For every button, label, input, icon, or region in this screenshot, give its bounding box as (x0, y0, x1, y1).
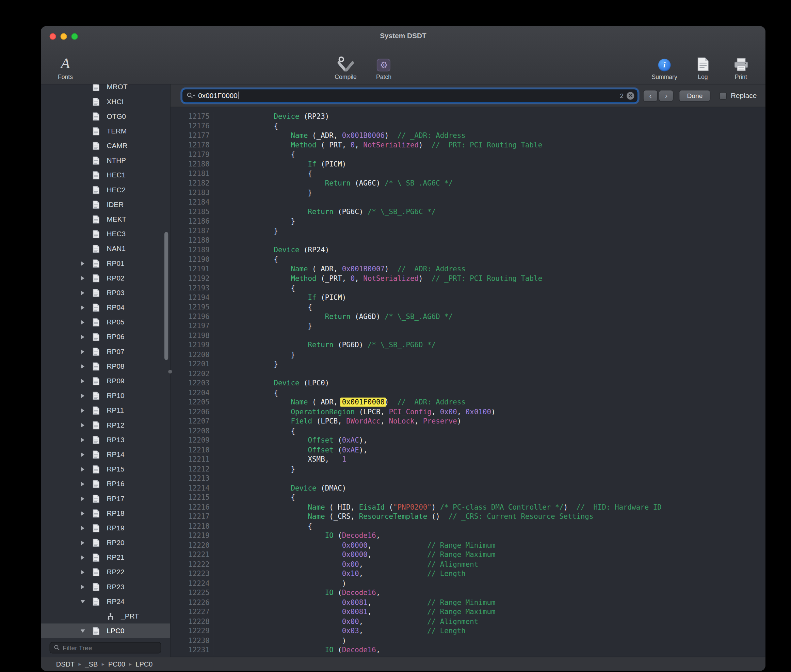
code-line[interactable]: 12226 0x0081, // Range Minimum (171, 597, 765, 607)
sidebar-item-rp20[interactable]: RP20 (41, 535, 170, 550)
filter-tree-input[interactable]: Filter Tree (50, 642, 161, 654)
code-line[interactable]: 12225 IO (Decode16, (171, 588, 765, 597)
sidebar-item-rp22[interactable]: RP22 (41, 565, 170, 579)
sidebar-item-term[interactable]: TERM (41, 123, 170, 138)
code-line[interactable]: 12188 (171, 235, 765, 245)
disclosure-collapsed-icon[interactable] (79, 494, 86, 502)
code-line[interactable]: 12185 Return (PG6C) /* \_SB_.PG6C */ (171, 207, 765, 216)
breadcrumb-item-pc00[interactable]: PC00 (108, 660, 125, 667)
sidebar-item-rp15[interactable]: RP15 (41, 462, 170, 476)
sidebar-item-rp11[interactable]: RP11 (41, 403, 170, 418)
disclosure-collapsed-icon[interactable] (79, 406, 86, 414)
patch-button[interactable]: ⚙ Patch (371, 47, 396, 80)
code-line[interactable]: 12216 Name (_HID, EisaId ("PNP0200") /* … (171, 502, 765, 512)
code-line[interactable]: 12202 (171, 369, 765, 379)
disclosure-collapsed-icon[interactable] (79, 304, 86, 311)
code-line[interactable]: 12183 } (171, 188, 765, 197)
code-line[interactable]: 12184 (171, 197, 765, 207)
sidebar-item-mekt[interactable]: MEKT (41, 212, 170, 226)
code-line[interactable]: 12223 0x10, // Length (171, 569, 765, 578)
disclosure-collapsed-icon[interactable] (79, 333, 86, 341)
code-line[interactable]: 12205 Name (_ADR, 0x001F0000) // _ADR: A… (171, 398, 765, 407)
code-line[interactable]: 12182 Return (AG6C) /* \_SB_.AG6C */ (171, 178, 765, 188)
sidebar-item-rp17[interactable]: RP17 (41, 491, 170, 506)
code-line[interactable]: 12215 { (171, 493, 765, 502)
sidebar-item-rp06[interactable]: RP06 (41, 330, 170, 344)
code-line[interactable]: 12213 (171, 474, 765, 483)
code-line[interactable]: 12203 Device (LPC0) (171, 379, 765, 388)
disclosure-collapsed-icon[interactable] (79, 554, 86, 561)
code-line[interactable]: 12177 Name (_ADR, 0x001B0006) // _ADR: A… (171, 131, 765, 140)
log-button[interactable]: Log (690, 47, 716, 80)
disclosure-collapsed-icon[interactable] (79, 524, 86, 532)
code-editor[interactable]: 12175 Device (RP23)12176 {12177 Name (_A… (171, 107, 765, 657)
sidebar-item-rp16[interactable]: RP16 (41, 477, 170, 491)
pane-splitter-handle[interactable] (168, 370, 172, 373)
sidebar-item-hec1[interactable]: HEC1 (41, 168, 170, 182)
previous-match-button[interactable]: ‹ (643, 90, 658, 101)
code-line[interactable]: 12204 { (171, 388, 765, 398)
disclosure-collapsed-icon[interactable] (79, 539, 86, 546)
code-line[interactable]: 12197 } (171, 322, 765, 331)
code-line[interactable]: 12196 Return (AG6D) /* \_SB_.AG6D */ (171, 312, 765, 322)
code-line[interactable]: 12181 { (171, 169, 765, 178)
disclosure-collapsed-icon[interactable] (79, 451, 86, 458)
code-line[interactable]: 12187 } (171, 226, 765, 235)
code-line[interactable]: 12180 If (PICM) (171, 159, 765, 169)
code-line[interactable]: 12217 Name (_CRS, ResourceTemplate () //… (171, 512, 765, 522)
sidebar-item-ider[interactable]: IDER (41, 197, 170, 212)
disclosure-collapsed-icon[interactable] (79, 347, 86, 355)
sidebar-item-rp14[interactable]: RP14 (41, 447, 170, 462)
done-button[interactable]: Done (679, 90, 711, 101)
disclosure-collapsed-icon[interactable] (79, 274, 86, 282)
disclosure-collapsed-icon[interactable] (79, 583, 86, 590)
code-line[interactable]: 12230 ) (171, 635, 765, 645)
disclosure-collapsed-icon[interactable] (79, 318, 86, 326)
sidebar-item-mrot[interactable]: MROT (41, 85, 170, 94)
sidebar-item-rp05[interactable]: RP05 (41, 315, 170, 330)
code-line[interactable]: 12228 0x00, // Alignment (171, 616, 765, 626)
code-line[interactable]: 12195 { (171, 302, 765, 312)
sidebar-item-rp08[interactable]: RP08 (41, 359, 170, 373)
disclosure-expanded-icon[interactable] (79, 597, 86, 605)
sidebar-item-_prt[interactable]: _PRT (41, 609, 170, 623)
code-line[interactable]: 12209 Offset (0xAC), (171, 436, 765, 445)
sidebar-item-lpc0[interactable]: LPC0 (41, 623, 170, 638)
code-line[interactable]: 12189 Device (RP24) (171, 245, 765, 254)
code-line[interactable]: 12227 0x0081, // Range Maximum (171, 607, 765, 616)
code-line[interactable]: 12206 OperationRegion (LPCB, PCI_Config,… (171, 407, 765, 417)
compile-button[interactable]: Compile (333, 47, 358, 80)
breadcrumb-item-dsdt[interactable]: DSDT (56, 660, 75, 667)
code-line[interactable]: 12179 { (171, 150, 765, 159)
disclosure-collapsed-icon[interactable] (79, 509, 86, 517)
fonts-button[interactable]: A Fonts (53, 47, 78, 80)
disclosure-collapsed-icon[interactable] (79, 421, 86, 429)
code-line[interactable]: 12229 0x03, // Length (171, 626, 765, 635)
sidebar-item-camr[interactable]: CAMR (41, 138, 170, 153)
disclosure-collapsed-icon[interactable] (79, 392, 86, 399)
sidebar-item-rp07[interactable]: RP07 (41, 344, 170, 359)
code-line[interactable]: 12191 Name (_ADR, 0x001B0007) // _ADR: A… (171, 264, 765, 274)
code-line[interactable]: 12199 Return (PG6D) /* \_SB_.PG6D */ (171, 341, 765, 350)
sidebar-item-rp13[interactable]: RP13 (41, 432, 170, 447)
replace-checkbox[interactable] (719, 92, 727, 99)
sidebar-item-rp18[interactable]: RP18 (41, 506, 170, 520)
disclosure-collapsed-icon[interactable] (79, 362, 86, 370)
code-line[interactable]: 12198 (171, 331, 765, 341)
sidebar-item-rp12[interactable]: RP12 (41, 418, 170, 432)
code-line[interactable]: 12218 { (171, 522, 765, 531)
code-line[interactable]: 12214 Device (DMAC) (171, 483, 765, 493)
code-line[interactable]: 12220 0x0000, // Range Minimum (171, 541, 765, 550)
sidebar-scrollbar-thumb[interactable] (165, 232, 168, 360)
disclosure-collapsed-icon[interactable] (79, 436, 86, 443)
find-input[interactable]: 0x001F0000 2 ✕ (182, 89, 638, 102)
code-line[interactable]: 12224 ) (171, 578, 765, 588)
sidebar-item-nan1[interactable]: NAN1 (41, 242, 170, 256)
code-line[interactable]: 12231 IO (Decode16, (171, 645, 765, 654)
code-line[interactable]: 12194 If (PICM) (171, 293, 765, 302)
code-line[interactable]: 12175 Device (RP23) (171, 112, 765, 121)
sidebar-item-xhci[interactable]: XHCI (41, 94, 170, 109)
sidebar-item-rp03[interactable]: RP03 (41, 285, 170, 300)
summary-button[interactable]: i Summary (652, 47, 677, 80)
code-line[interactable]: 12222 0x00, // Alignment (171, 559, 765, 569)
